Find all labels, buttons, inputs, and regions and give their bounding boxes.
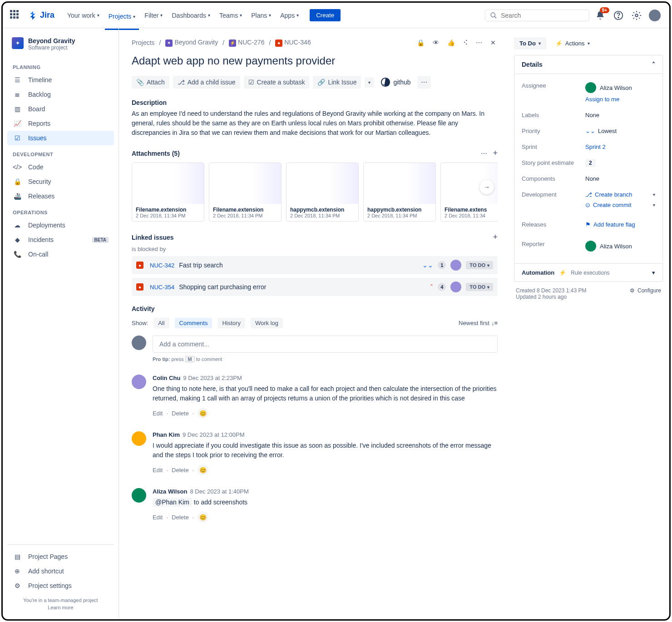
tab-comments[interactable]: Comments — [175, 318, 212, 328]
edit-link[interactable]: Edit — [153, 514, 163, 521]
status-dropdown[interactable]: To Do▾ — [514, 37, 546, 49]
edit-link[interactable]: Edit — [153, 410, 163, 417]
profile-button[interactable] — [647, 8, 662, 23]
search-box[interactable] — [485, 10, 589, 21]
tab-history[interactable]: History — [217, 318, 245, 328]
tab-all[interactable]: All — [153, 318, 169, 328]
issue-title[interactable]: Adapt web app no new payments provider — [132, 54, 498, 67]
sidebar-item-pages[interactable]: ▤Project Pages — [7, 549, 114, 564]
configure-button[interactable]: ⚙Configure — [630, 287, 661, 294]
sidebar-item-shortcut[interactable]: ⊕Add shortcut — [7, 564, 114, 578]
nav-plans[interactable]: Plans▾ — [247, 9, 275, 22]
attachment-card[interactable]: Filename.extension2 Dec 2018, 11:34 PM — [209, 163, 282, 222]
comment-input[interactable]: Add a comment... — [153, 336, 498, 353]
add-flag-link[interactable]: ⚑Add feature flag — [585, 221, 655, 228]
nav-filter[interactable]: Filter▾ — [141, 9, 166, 22]
search-input[interactable] — [501, 12, 584, 19]
sidebar-item-timeline[interactable]: ☰Timeline — [7, 73, 114, 87]
link-dropdown[interactable]: ▾ — [365, 77, 374, 88]
comment-author[interactable]: Phan Kim — [153, 431, 180, 438]
status-badge[interactable]: TO DO ▾ — [466, 283, 493, 291]
sidebar-item-oncall[interactable]: 📞On-call — [7, 247, 114, 262]
actions-dropdown[interactable]: ⚡Actions▾ — [551, 37, 594, 49]
sidebar-item-deployments[interactable]: ☁Deployments — [7, 218, 114, 232]
issue-key[interactable]: NUC-354 — [150, 284, 174, 291]
share-button[interactable]: ⠪ — [461, 37, 469, 48]
attach-button[interactable]: 📎Attach — [132, 76, 169, 89]
sidebar-item-security[interactable]: 🔒Security — [7, 174, 114, 189]
edit-link[interactable]: Edit — [153, 467, 163, 474]
sidebar-item-reports[interactable]: 📈Reports — [7, 116, 114, 131]
project-header[interactable]: ✦ Beyond Gravity Software project — [7, 37, 114, 58]
delete-link[interactable]: Delete — [172, 514, 189, 521]
watch-button[interactable]: 👁 — [431, 37, 441, 48]
delete-link[interactable]: Delete — [172, 410, 189, 417]
sidebar-item-code[interactable]: </>Code — [7, 160, 114, 174]
jira-logo[interactable]: Jira — [28, 10, 54, 20]
linked-issue-row[interactable]: ● NUC-354 Shopping cart purchasing error… — [132, 278, 498, 296]
nav-teams[interactable]: Teams▾ — [216, 9, 246, 22]
description-text[interactable]: As an employee I'd need to understand th… — [132, 109, 498, 138]
tab-worklog[interactable]: Work log — [251, 318, 283, 328]
learn-more-link[interactable]: Learn more — [12, 605, 109, 610]
create-branch-link[interactable]: ⎇Create branch▾ — [585, 191, 655, 198]
labels-value[interactable]: None — [585, 112, 655, 118]
settings-button[interactable] — [629, 8, 644, 23]
automation-row[interactable]: Automation ⚡ Rule executions ▾ — [514, 263, 662, 281]
next-attachments-button[interactable]: → — [479, 180, 494, 194]
attachment-card[interactable]: happymcb.extension2 Dec 2018, 11:34 PM — [286, 163, 359, 222]
details-header[interactable]: Details˄ — [514, 55, 662, 74]
assign-to-me-link[interactable]: Assign to me — [585, 96, 655, 103]
sort-button[interactable]: Newest first↓≡ — [459, 320, 498, 326]
issue-key[interactable]: NUC-342 — [150, 262, 174, 269]
help-button[interactable] — [611, 8, 626, 23]
react-button[interactable]: 😊 — [198, 464, 208, 475]
priority-value[interactable]: ⌄⌄Lowest — [585, 128, 655, 134]
attachments-more[interactable]: ⋯ — [481, 150, 487, 157]
github-button[interactable]: github — [378, 74, 413, 90]
sidebar-item-issues[interactable]: ☑Issues — [7, 131, 114, 145]
create-button[interactable]: Create — [310, 9, 341, 21]
nav-dashboards[interactable]: Dashboards▾ — [168, 9, 214, 22]
nav-projects[interactable]: Projects▾ — [105, 9, 139, 30]
mention[interactable]: @Phan Kim — [153, 498, 192, 507]
add-attachment-button[interactable]: + — [493, 148, 498, 158]
more-actions-button[interactable]: ⋯ — [417, 76, 431, 89]
bc-issue[interactable]: NUC-346 — [284, 39, 311, 46]
bc-projects[interactable]: Projects — [132, 39, 155, 46]
react-button[interactable]: 😊 — [198, 408, 208, 419]
sidebar-item-releases[interactable]: 🚢Releases — [7, 189, 114, 203]
close-button[interactable]: ✕ — [489, 37, 498, 48]
reporter-value[interactable]: Aliza Wilson — [585, 241, 655, 252]
delete-link[interactable]: Delete — [172, 467, 189, 474]
linked-issue-row[interactable]: ● NUC-342 Fast trip search ⌄⌄ 1 TO DO ▾ — [132, 256, 498, 274]
nav-your-work[interactable]: Your work▾ — [64, 9, 103, 22]
app-switcher-icon[interactable] — [10, 10, 21, 21]
add-link-button[interactable]: + — [493, 232, 498, 242]
notifications-button[interactable]: 9+ — [593, 8, 608, 23]
create-subtask-button[interactable]: ☑Create a subtask — [244, 76, 310, 89]
nav-apps[interactable]: Apps▾ — [277, 9, 302, 22]
sidebar-item-incidents[interactable]: ◆IncidentsBETA — [7, 232, 114, 247]
lock-button[interactable]: 🔒 — [415, 37, 426, 48]
comment-author[interactable]: Aliza Wilson — [153, 488, 187, 495]
link-issue-button[interactable]: 🔗Link Issue — [313, 76, 361, 89]
vote-button[interactable]: 👍 — [445, 37, 457, 48]
bc-project[interactable]: Beyond Gravity — [174, 39, 218, 46]
comment-author[interactable]: Colin Chu — [153, 375, 180, 381]
bc-epic[interactable]: NUC-276 — [238, 39, 264, 46]
attachment-card[interactable]: Filename.extension2 Dec 2018, 11:34 PM — [132, 163, 204, 222]
components-value[interactable]: None — [585, 175, 655, 182]
more-button[interactable]: ⋯ — [474, 37, 484, 48]
sidebar-item-board[interactable]: ▥Board — [7, 102, 114, 116]
sp-value[interactable]: 2 — [585, 159, 596, 167]
assignee-value[interactable]: Aliza Wilson — [585, 82, 655, 93]
attachment-card[interactable]: happymcb.extension2 Dec 2018, 11:34 PM — [363, 163, 436, 222]
sprint-value[interactable]: Sprint 2 — [585, 143, 655, 150]
react-button[interactable]: 😊 — [198, 512, 208, 523]
add-child-button[interactable]: ⎇Add a child issue — [173, 76, 240, 89]
status-badge[interactable]: TO DO ▾ — [466, 261, 493, 269]
create-commit-link[interactable]: ⊙Create commit▾ — [585, 202, 655, 208]
sidebar-item-backlog[interactable]: ≣Backlog — [7, 87, 114, 102]
sidebar-item-settings[interactable]: ⚙Project settings — [7, 578, 114, 593]
